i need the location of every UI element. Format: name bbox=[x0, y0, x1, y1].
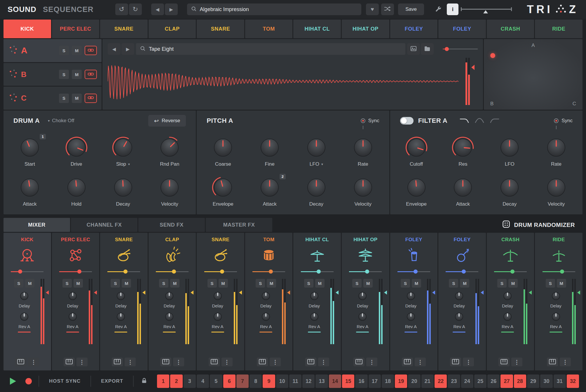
filter-enable-toggle[interactable] bbox=[400, 117, 414, 125]
highpass-icon[interactable] bbox=[489, 117, 500, 125]
channel-solo-button[interactable]: S bbox=[546, 279, 555, 288]
channel-solo-button[interactable]: S bbox=[62, 279, 72, 288]
channel-volume-slider[interactable] bbox=[446, 268, 478, 275]
filter-knob-decay[interactable]: Decay bbox=[486, 172, 533, 211]
pitch-knob-decay[interactable]: Decay bbox=[293, 172, 340, 211]
channel-menu-button[interactable]: ⋮ bbox=[366, 358, 377, 366]
channel-menu-button[interactable]: ⋮ bbox=[173, 358, 184, 366]
filter-knob-envelope[interactable]: Envelope bbox=[393, 172, 440, 211]
channel-mute-button[interactable]: M bbox=[315, 279, 325, 288]
mixer-channel-foley-10[interactable]: FOLEYSMDelayRev A⋮ bbox=[438, 233, 486, 370]
meter-marker[interactable] bbox=[384, 290, 387, 295]
channel-keys-button[interactable] bbox=[353, 358, 364, 366]
preset-prev-button[interactable]: ◀ bbox=[151, 4, 164, 15]
channel-delay-knob[interactable] bbox=[453, 290, 465, 302]
channel-solo-button[interactable]: S bbox=[207, 279, 217, 288]
channel-menu-button[interactable]: ⋮ bbox=[125, 358, 136, 366]
undo-button[interactable]: ↺ bbox=[115, 4, 128, 15]
step-21[interactable]: 21 bbox=[421, 374, 434, 388]
channel-keys-button[interactable] bbox=[305, 358, 316, 366]
pitch-knob-velocity[interactable]: Velocity bbox=[340, 172, 386, 211]
slider-handle[interactable] bbox=[220, 270, 224, 274]
preset-next-button[interactable]: ▶ bbox=[165, 4, 178, 15]
channel-mute-button[interactable]: M bbox=[460, 279, 469, 288]
pitch-knob-fine[interactable]: Fine bbox=[246, 132, 293, 172]
step-31[interactable]: 31 bbox=[554, 374, 566, 388]
pad-crash[interactable]: CRASH bbox=[487, 20, 534, 38]
slider-handle[interactable] bbox=[462, 270, 466, 274]
channel-volume-slider[interactable] bbox=[349, 268, 382, 275]
filter-knob-lfo[interactable]: LFO bbox=[486, 132, 533, 172]
channel-keys-button[interactable] bbox=[257, 358, 268, 366]
step-7[interactable]: 7 bbox=[236, 374, 249, 388]
channel-menu-button[interactable]: ⋮ bbox=[76, 358, 88, 366]
channel-reverb-knob[interactable] bbox=[308, 310, 321, 323]
step-6[interactable]: 6 bbox=[223, 374, 236, 388]
step-19[interactable]: 19 bbox=[395, 374, 407, 388]
pitch-knob-lfo[interactable]: LFO▾ bbox=[293, 132, 340, 172]
channel-mute-button[interactable]: M bbox=[219, 279, 228, 288]
channel-reverb-knob[interactable] bbox=[66, 310, 79, 323]
meter-marker[interactable] bbox=[481, 290, 484, 295]
layer-row-b[interactable]: BSM bbox=[4, 63, 102, 86]
channel-delay-knob[interactable] bbox=[259, 290, 272, 302]
pitch-knob-attack[interactable]: 2Attack bbox=[246, 172, 293, 211]
channel-volume-slider[interactable] bbox=[11, 268, 43, 275]
layer-link-button[interactable] bbox=[85, 70, 97, 79]
mixer-channel-crash-11[interactable]: CRASHSMDelayRev A⋮ bbox=[487, 233, 534, 370]
channel-volume-slider[interactable] bbox=[252, 268, 285, 275]
ui-scale-slider[interactable] bbox=[461, 5, 512, 13]
layer-solo-button[interactable]: S bbox=[59, 46, 69, 55]
slider-handle[interactable] bbox=[414, 270, 418, 274]
channel-menu-button[interactable]: ⋮ bbox=[560, 358, 571, 366]
pad-perc-elec[interactable]: PERC ELEC bbox=[52, 20, 100, 38]
channel-reverb-knob[interactable] bbox=[404, 310, 417, 323]
mixer-channel-snare-5[interactable]: SNARESMDelayRev A⋮ bbox=[197, 233, 244, 370]
channel-volume-slider[interactable] bbox=[397, 268, 430, 275]
meter-marker[interactable] bbox=[46, 290, 49, 295]
layer-solo-button[interactable]: S bbox=[59, 70, 69, 79]
reverse-button[interactable]: ↩ Reverse bbox=[148, 115, 186, 127]
channel-menu-button[interactable]: ⋮ bbox=[28, 358, 39, 366]
channel-solo-button[interactable]: S bbox=[111, 279, 120, 288]
filter-knob-attack[interactable]: Attack bbox=[440, 172, 486, 211]
channel-keys-button[interactable] bbox=[450, 358, 461, 366]
sample-next-button[interactable]: ▶ bbox=[121, 43, 134, 55]
redo-button[interactable]: ↻ bbox=[129, 4, 142, 15]
info-button[interactable]: i bbox=[447, 4, 458, 15]
drum-knob-rnd-pan[interactable]: Rnd Pan bbox=[146, 132, 193, 172]
drum-knob-velocity[interactable]: Velocity bbox=[146, 172, 193, 211]
slider-handle[interactable] bbox=[560, 270, 564, 274]
channel-solo-button[interactable]: S bbox=[304, 279, 313, 288]
filter-sync-toggle[interactable]: Sync bbox=[554, 118, 573, 124]
slider-handle[interactable] bbox=[123, 270, 128, 274]
filter-knob-cutoff[interactable]: Cutoff bbox=[393, 132, 440, 172]
record-button[interactable] bbox=[23, 378, 34, 384]
channel-delay-knob[interactable] bbox=[404, 290, 417, 302]
mixer-tab-master-fx[interactable]: MASTER FX bbox=[206, 218, 272, 232]
channel-reverb-knob[interactable] bbox=[114, 310, 127, 323]
step-18[interactable]: 18 bbox=[382, 374, 394, 388]
slider-handle[interactable] bbox=[77, 270, 81, 274]
step-27[interactable]: 27 bbox=[500, 374, 513, 388]
channel-menu-button[interactable]: ⋮ bbox=[415, 358, 426, 366]
channel-volume-slider[interactable] bbox=[204, 268, 237, 275]
layer-mute-button[interactable]: M bbox=[72, 94, 82, 103]
step-32[interactable]: 32 bbox=[567, 374, 579, 388]
drum-knob-slop[interactable]: Slop▾ bbox=[100, 132, 146, 172]
layer-volume-slider[interactable] bbox=[443, 43, 478, 55]
channel-reverb-knob[interactable] bbox=[18, 310, 31, 323]
channel-mute-button[interactable]: M bbox=[412, 279, 421, 288]
slider-handle[interactable] bbox=[269, 270, 273, 274]
layer-link-button[interactable] bbox=[85, 94, 97, 103]
channel-mute-button[interactable]: M bbox=[25, 279, 34, 288]
channel-keys-button[interactable] bbox=[498, 358, 510, 366]
step-20[interactable]: 20 bbox=[408, 374, 420, 388]
slider-handle[interactable] bbox=[172, 270, 176, 274]
layer-mute-button[interactable]: M bbox=[72, 46, 82, 55]
layer-row-c[interactable]: CSM bbox=[4, 87, 102, 110]
channel-mute-button[interactable]: M bbox=[267, 279, 276, 288]
step-28[interactable]: 28 bbox=[514, 374, 526, 388]
tab-sequencer[interactable]: SEQUENCER bbox=[43, 5, 94, 14]
channel-volume-slider[interactable] bbox=[107, 268, 140, 275]
